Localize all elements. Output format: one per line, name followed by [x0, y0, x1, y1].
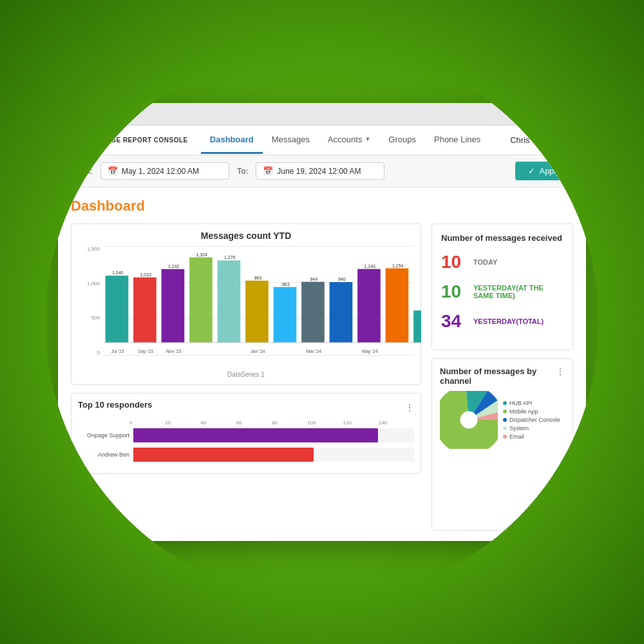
bar-chart-svg: 1,0401,0131,1421,3241,2769638639449401,1…	[104, 246, 421, 355]
traffic-light-red[interactable]	[567, 109, 576, 118]
svg-text:1,276: 1,276	[224, 255, 236, 260]
pie-legend: HUB API Mobile App Dispatcher Console	[503, 400, 560, 440]
responders-header: Top 10 responders ⋮	[78, 400, 414, 415]
nav-user[interactable]: Chris Gonzalez ▼	[510, 135, 576, 145]
y-tick-500: 500	[91, 315, 100, 321]
nav-item-dashboard[interactable]: Dashboard	[201, 127, 263, 154]
responder-bar-2	[133, 448, 314, 462]
from-label: From:	[71, 166, 93, 176]
apply-button[interactable]: ✓ Apply	[515, 162, 573, 180]
to-calendar-icon: 📅	[263, 166, 273, 176]
svg-text:Sep '23: Sep '23	[138, 349, 153, 354]
stats-panel: Number of messages received 10 TODAY 10 …	[431, 223, 573, 350]
nav-item-messages[interactable]: Messages	[263, 127, 319, 154]
nav-item-accounts[interactable]: Accounts ▼	[319, 127, 379, 154]
accounts-dropdown-arrow: ▼	[365, 136, 370, 142]
charts-row: Messages count YTD 1,500 1,000	[71, 223, 573, 531]
traffic-light-green[interactable]	[538, 109, 547, 118]
right-column: Number of messages received 10 TODAY 10 …	[431, 223, 573, 531]
svg-text:Jan '24: Jan '24	[251, 349, 265, 354]
legend-label-system: System	[509, 425, 529, 431]
brand-text: ONPAGE REPORT CONSOLE	[91, 137, 188, 144]
from-calendar-icon: 📅	[108, 166, 118, 176]
brand: OP ONPAGE REPORT CONSOLE	[68, 131, 188, 149]
responder-row-1: Onpage Support 122	[78, 428, 414, 442]
filter-bar: From: 📅 May 1, 2024 12:00 AM To: 📅 June …	[58, 155, 586, 187]
legend-item-dispatcher: Dispatcher Console	[503, 417, 560, 423]
legend-label-mobileapp: Mobile App	[509, 408, 538, 415]
svg-rect-22	[413, 310, 421, 343]
stat-number-yesterday-total: 34	[441, 311, 467, 332]
left-column: Messages count YTD 1,500 1,000	[71, 223, 421, 531]
stat-row-yesterday-total: 34 YESTERDAY(total)	[441, 311, 564, 332]
to-date-input[interactable]: 📅 June 19, 2024 12:00 AM	[256, 162, 384, 180]
stat-number-today: 10	[441, 252, 467, 272]
horiz-bar-area: 0 20 40 60 80 100 120 140 Onpage Support	[78, 420, 414, 462]
responder-label-2: Andrew Ben	[78, 451, 129, 458]
svg-text:1,154: 1,154	[392, 263, 404, 268]
window-circle: OP ONPAGE REPORT CONSOLE Dashboard Messa…	[45, 45, 599, 599]
nav-item-groups[interactable]: Groups	[379, 127, 425, 154]
channel-header: Number of messages by channel ⋮	[440, 366, 565, 386]
stat-desc-yesterday-same: YESTERDAY(at the same time)	[473, 284, 564, 299]
svg-point-36	[460, 412, 478, 429]
pie-chart-svg	[440, 391, 498, 449]
svg-text:944: 944	[310, 277, 317, 281]
svg-rect-18	[357, 269, 381, 343]
legend-label-dispatcher: Dispatcher Console	[509, 417, 560, 423]
legend-item-email: Email	[503, 433, 560, 440]
channel-title: Number of messages by channel	[440, 366, 556, 386]
stat-desc-today: TODAY	[473, 258, 497, 266]
channel-more-icon[interactable]: ⋮	[556, 366, 565, 377]
from-date-input[interactable]: 📅 May 1, 2024 12:00 AM	[100, 162, 229, 180]
stat-row-today: 10 TODAY	[441, 252, 564, 272]
horiz-axis: 0 20 40 60 80 100 120 140	[78, 420, 414, 426]
title-bar	[58, 103, 586, 126]
brand-logo: OP	[68, 131, 86, 149]
responders-title: Top 10 responders	[78, 400, 152, 410]
legend-label-hubapi: HUB API	[509, 400, 533, 406]
svg-text:Mar '24: Mar '24	[307, 349, 321, 354]
responder-bar-wrap-2: 90	[133, 448, 414, 462]
svg-text:1,324: 1,324	[196, 252, 207, 257]
stats-title: Number of messages received	[441, 233, 564, 243]
responder-bar-wrap-1: 122	[133, 428, 414, 442]
responders-more-icon[interactable]: ⋮	[405, 402, 414, 413]
responder-label-1: Onpage Support	[78, 432, 129, 439]
legend-dot-email	[503, 435, 507, 439]
top-responders-chart: Top 10 responders ⋮ 0 20 40 60 80 100	[71, 393, 421, 474]
svg-rect-16	[330, 282, 353, 343]
svg-text:1,040: 1,040	[112, 270, 124, 275]
stat-row-yesterday-same: 10 YESTERDAY(at the same time)	[441, 281, 564, 302]
responder-bar-1	[133, 428, 378, 442]
content-area: Dashboard Messages count YTD	[58, 187, 586, 541]
pie-area: HUB API Mobile App Dispatcher Console	[440, 391, 565, 449]
channel-panel: Number of messages by channel ⋮	[431, 358, 573, 531]
y-tick-1000: 1,000	[87, 281, 100, 287]
svg-rect-2	[133, 278, 156, 343]
svg-rect-10	[245, 281, 269, 343]
svg-text:Jul '23: Jul '23	[111, 349, 124, 354]
stat-number-yesterday-same: 10	[441, 281, 467, 302]
svg-rect-4	[162, 269, 185, 343]
y-tick-0: 0	[97, 350, 100, 355]
legend-dot-hubapi	[503, 401, 507, 405]
traffic-light-yellow[interactable]	[553, 109, 562, 118]
legend-label-email: Email	[509, 433, 524, 440]
page-title: Dashboard	[71, 198, 573, 214]
legend-item-mobileapp: Mobile App	[503, 408, 560, 415]
y-tick-1500: 1,500	[87, 246, 100, 252]
legend-dot-system	[503, 426, 507, 430]
legend-item-system: System	[503, 425, 560, 431]
svg-text:Nov '23: Nov '23	[166, 349, 182, 354]
svg-text:1,013: 1,013	[140, 272, 151, 277]
legend-dot-dispatcher	[503, 418, 507, 422]
svg-text:May '24: May '24	[362, 349, 377, 354]
nav-item-phonelines[interactable]: Phone Lines	[425, 127, 489, 154]
svg-text:863: 863	[282, 282, 290, 287]
svg-text:940: 940	[338, 277, 346, 281]
svg-rect-14	[301, 282, 325, 343]
svg-text:963: 963	[254, 276, 261, 280]
to-label: To:	[237, 166, 248, 176]
bar-chart-container: Messages count YTD 1,500 1,000	[71, 223, 421, 385]
